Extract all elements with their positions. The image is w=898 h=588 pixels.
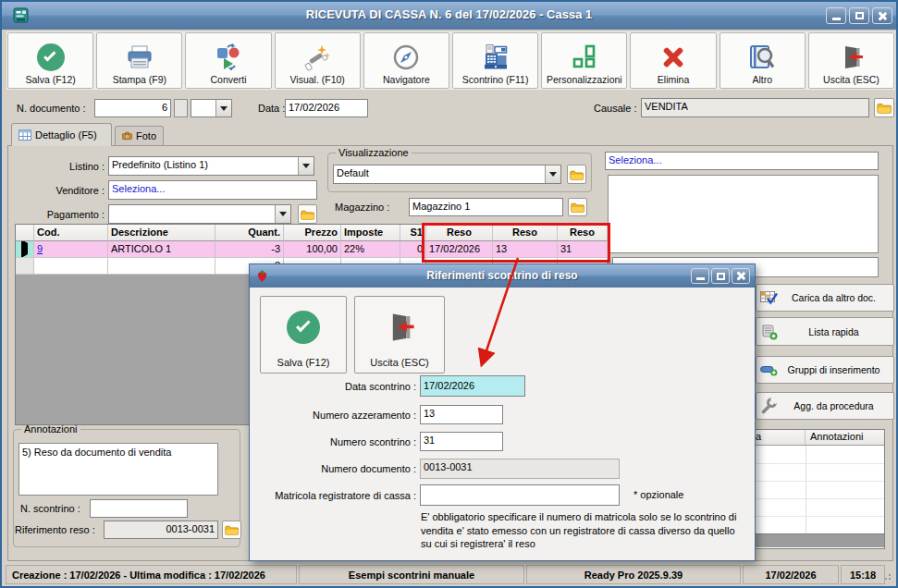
dialog-save-label: Salva (F12): [277, 357, 330, 368]
tab-foto[interactable]: Foto: [115, 126, 164, 145]
causale-field[interactable]: VENDITA: [641, 98, 869, 117]
cell-cod[interactable]: [34, 258, 108, 275]
convert-label: Converti: [210, 74, 246, 85]
magic-wand-icon: [303, 41, 331, 74]
print-button[interactable]: Stampa (F9): [96, 32, 182, 89]
tab-dettaglio[interactable]: Dettaglio (F5): [11, 123, 112, 146]
row-selector-cell: [16, 258, 34, 275]
n-documento-series-dropdown[interactable]: [191, 99, 232, 117]
quick-list-button[interactable]: Lista rapida: [756, 317, 894, 346]
delete-button[interactable]: Elimina: [630, 32, 716, 89]
magazzino-folder-button[interactable]: [568, 198, 587, 216]
dialog-save-button[interactable]: Salva (F12): [260, 296, 347, 374]
dialog-exit-label: Uscita (ESC): [370, 357, 429, 368]
chevron-down-icon[interactable]: [215, 100, 231, 116]
pagamento-dropdown[interactable]: [108, 204, 291, 224]
customizations-button[interactable]: Personalizzazioni: [541, 32, 627, 89]
n-scontrino-label: N. scontrino :: [20, 503, 80, 514]
status-context: Esempi scontrini manuale: [299, 565, 524, 584]
table-grid-icon: [18, 129, 31, 141]
riferimento-folder-button[interactable]: [222, 521, 241, 539]
riferimento-reso-field[interactable]: 0013-0031: [104, 521, 218, 539]
visualizzazione-value: Default: [334, 165, 545, 183]
minimize-icon[interactable]: [826, 7, 846, 24]
numero-scontrino-field[interactable]: 31: [420, 432, 503, 451]
matricola-help-text: E' obbligatorio specificare il numero di…: [421, 510, 739, 551]
navigator-button[interactable]: Navigatore: [363, 32, 449, 89]
n-scontrino-field[interactable]: [90, 499, 188, 518]
visual-button[interactable]: Visual. (F10): [275, 32, 361, 89]
chevron-down-icon[interactable]: [298, 157, 314, 175]
venditore-label: Venditore :: [30, 185, 105, 196]
cell-quant[interactable]: -3: [215, 241, 284, 258]
numero-azzeramento-field[interactable]: 13: [420, 405, 503, 424]
cell-prezzo[interactable]: 100,00: [284, 241, 341, 258]
maximize-icon[interactable]: [849, 7, 869, 24]
load-from-doc-button[interactable]: Carica da altro doc.: [756, 284, 894, 312]
right-table-col2-header[interactable]: Annotazioni: [806, 430, 884, 445]
col-prezzo[interactable]: Prezzo: [284, 225, 341, 241]
chevron-down-icon[interactable]: [275, 205, 290, 223]
causale-folder-button[interactable]: [874, 98, 894, 117]
visual-label: Visual. (F10): [290, 74, 345, 85]
save-button[interactable]: Salva (F12): [7, 32, 93, 89]
check-circle-icon: [287, 297, 320, 357]
insert-groups-label: Gruppi di inserimento: [778, 364, 890, 375]
visualizzazione-dropdown[interactable]: Default: [333, 165, 561, 184]
insert-groups-button[interactable]: Gruppi di inserimento: [756, 356, 894, 384]
dialog-maximize-icon[interactable]: [711, 268, 730, 284]
receipt-button[interactable]: Scontrino (F11): [452, 32, 538, 89]
numero-documento-field[interactable]: 0013-0031: [420, 459, 620, 479]
listino-dropdown[interactable]: Predefinito (Listino 1): [108, 156, 314, 176]
folder-icon: [877, 102, 892, 114]
print-label: Stampa (F9): [113, 74, 166, 85]
numero-scontrino-label: Numero scontrino :: [268, 436, 416, 447]
chevron-down-icon[interactable]: [545, 165, 560, 183]
dialog-title-bar: Riferimenti scontrino di reso: [250, 264, 755, 288]
exit-door-icon: [837, 41, 865, 74]
status-time: 15:18: [841, 565, 885, 584]
data-label: Data :: [258, 103, 285, 114]
magazzino-field[interactable]: Magazzino 1: [409, 198, 563, 216]
update-from-procedure-label: Agg. da procedura: [778, 400, 890, 411]
n-documento-field[interactable]: 6: [94, 99, 171, 117]
cell-imposte[interactable]: 22%: [341, 241, 400, 258]
matricola-label: Matricola registratore di cassa :: [240, 490, 416, 501]
folder-icon: [570, 169, 584, 180]
pagamento-folder-button[interactable]: [298, 204, 317, 224]
venditore-field[interactable]: Seleziona...: [108, 180, 317, 200]
col-imposte[interactable]: Imposte: [341, 225, 400, 241]
red-x-icon: [661, 41, 685, 74]
data-field[interactable]: 17/02/2026: [285, 99, 368, 117]
visualizzazione-group-label: Visualizzazione: [336, 147, 412, 158]
convert-button[interactable]: Converti: [185, 32, 271, 89]
other-button[interactable]: Altro: [720, 32, 806, 89]
exit-button[interactable]: Uscita (ESC): [808, 32, 894, 89]
customer-select-field[interactable]: Seleziona...: [605, 152, 879, 170]
col-cod[interactable]: Cod.: [34, 225, 108, 241]
matricola-field[interactable]: [420, 484, 620, 506]
annotations-textarea[interactable]: 5) Reso da documento di vendita: [18, 443, 218, 496]
cell-descrizione[interactable]: ARTICOLO 1: [108, 241, 215, 258]
cell-descrizione[interactable]: [108, 258, 215, 275]
dialog-minimize-icon[interactable]: [691, 268, 709, 284]
close-icon[interactable]: [872, 7, 892, 24]
pagamento-value: [109, 205, 275, 223]
grid-corner-cell: [16, 225, 34, 241]
dialog-exit-button[interactable]: Uscita (ESC): [354, 296, 445, 374]
customizations-label: Personalizzazioni: [547, 74, 622, 85]
data-scontrino-field[interactable]: 17/02/2026: [420, 375, 525, 397]
resize-grip[interactable]: [884, 571, 892, 580]
list-plus-icon: [760, 324, 778, 340]
dialog-close-icon[interactable]: [732, 268, 750, 284]
folder-icon: [301, 209, 314, 220]
cell-cod[interactable]: 9: [34, 241, 108, 258]
quick-list-label: Lista rapida: [778, 326, 890, 337]
update-from-procedure-button[interactable]: Agg. da procedura: [756, 392, 894, 420]
n-documento-suffix-field[interactable]: [174, 99, 188, 117]
visualizzazione-folder-button[interactable]: [567, 165, 586, 184]
col-descrizione[interactable]: Descrizione: [108, 225, 215, 241]
cash-register-icon: [482, 41, 510, 74]
col-quant[interactable]: Quant.: [215, 225, 284, 241]
folder-icon: [225, 524, 239, 535]
